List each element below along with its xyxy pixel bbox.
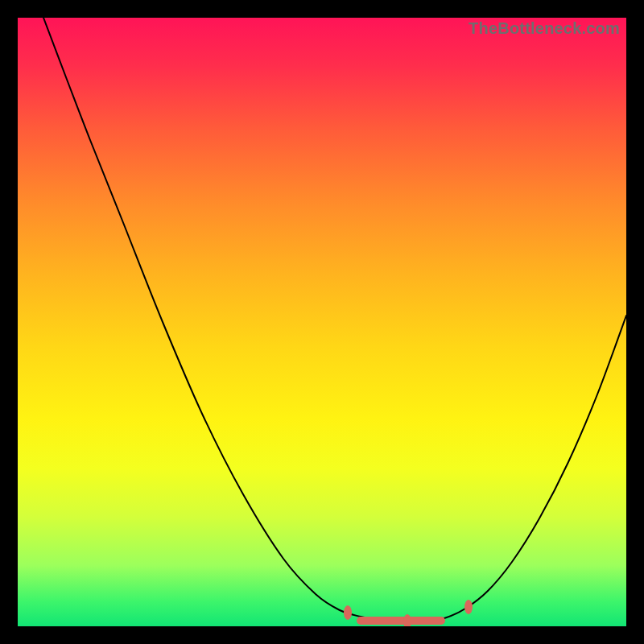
highlight-dot [464,600,473,614]
curve-layer [18,18,626,626]
bottleneck-curve [43,18,626,621]
highlight-dot [344,605,352,620]
highlight-dot [403,614,411,626]
chart-frame: TheBottleneck.com [0,0,644,644]
plot-area: TheBottleneck.com [18,18,626,626]
